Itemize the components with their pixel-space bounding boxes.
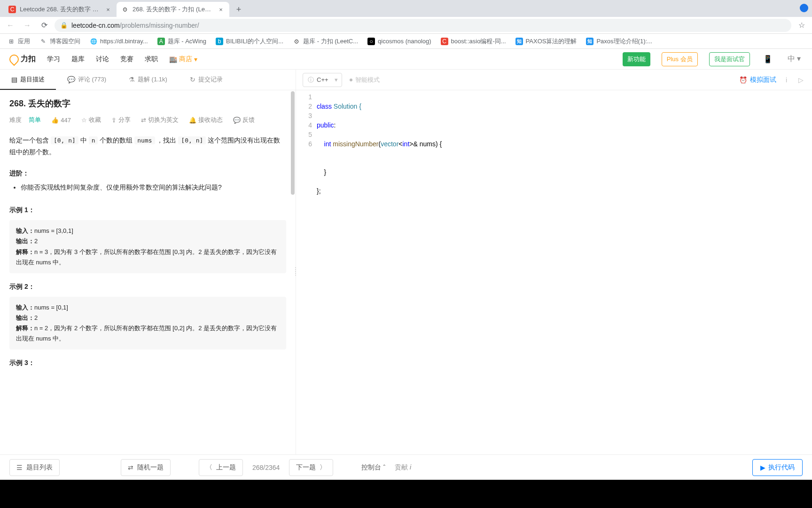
share-button[interactable]: ⇪分享	[111, 116, 131, 124]
new-tab-button[interactable]: +	[232, 3, 245, 16]
plus-member-button[interactable]: Plus 会员	[662, 52, 698, 66]
browser-tab[interactable]: ⊙ 268. 丢失的数字 - 力扣 (LeetC ×	[117, 2, 229, 17]
phone-icon[interactable]: 📱	[761, 53, 774, 65]
interviewer-button[interactable]: 我是面试官	[709, 52, 750, 66]
shuffle-icon: ⇄	[128, 464, 133, 471]
scrollbar[interactable]	[291, 91, 295, 195]
site-icon: C	[441, 38, 448, 45]
info-icon: ⓘ	[308, 76, 314, 84]
code-area[interactable]: class Solution { public: int missingNumb…	[317, 92, 812, 454]
bell-icon: 🔔	[189, 117, 196, 124]
bookmark-item[interactable]: 知PAXOS算法的理解	[512, 35, 581, 48]
favorite-button[interactable]: ☆收藏	[81, 116, 101, 124]
feedback-button[interactable]: 💬反馈	[233, 116, 255, 124]
bookmark-item[interactable]: ○qicosmos (nanolog)	[364, 36, 435, 47]
switch-lang-button[interactable]: ⇄切换为英文	[141, 116, 179, 124]
editor-toolbar: ⓘC++ 智能模式 ⏰模拟面试 i ▷	[296, 70, 812, 90]
nav-discuss[interactable]: 讨论	[96, 55, 109, 64]
thumbs-up-icon: 👍	[51, 117, 59, 124]
back-button[interactable]: ←	[4, 19, 17, 32]
info-icon[interactable]: i	[784, 74, 789, 86]
problem-description: 给定一个包含 [0, n] 中 n 个数的数组 nums ，找出 [0, n] …	[9, 135, 286, 158]
split-drag-handle[interactable]	[294, 262, 297, 281]
tab-submissions[interactable]: ↻提交记录	[179, 70, 234, 90]
notify-button[interactable]: 🔔接收动态	[189, 116, 223, 124]
tab-description[interactable]: ▤题目描述	[0, 70, 56, 90]
nav-study[interactable]: 学习	[47, 55, 60, 64]
star-icon[interactable]: ☆	[795, 19, 808, 32]
site-icon: 知	[515, 38, 523, 45]
grid-icon: ⊞	[8, 38, 15, 45]
problem-list-button[interactable]: ☰题目列表	[9, 459, 60, 476]
prev-button[interactable]: 〈上一题	[199, 459, 243, 476]
nav-contest[interactable]: 竞赛	[120, 55, 133, 64]
difficulty: 难度 简单	[9, 116, 41, 124]
nav-jobs[interactable]: 求职	[145, 55, 158, 64]
bookmark-bar: ⊞应用 ✎博客园空间 🌐https://dl.bintray... A题库 - …	[0, 34, 812, 49]
dot-icon	[350, 79, 352, 81]
language-toggle[interactable]: 中 ▾	[786, 52, 803, 66]
reload-button[interactable]: ⟳	[38, 19, 51, 32]
close-icon[interactable]: ×	[217, 6, 225, 13]
problem-counter: 268/2364	[252, 464, 280, 471]
bookmark-item[interactable]: ⊙题库 - 力扣 (LeetC...	[289, 35, 362, 48]
logo[interactable]: 力扣	[9, 54, 36, 64]
chevron-up-icon: ˆ	[383, 464, 385, 471]
play-icon: ▶	[760, 464, 765, 471]
next-button[interactable]: 下一题〉	[289, 459, 333, 476]
star-icon: ☆	[81, 117, 87, 124]
nav-shop[interactable]: 🏬商店▾	[169, 55, 197, 64]
bookmark-item[interactable]: Cboost::asio编程-同...	[437, 35, 510, 48]
browser-tab[interactable]: C Leetcode 268. 丢失的数字 异或 ×	[4, 2, 117, 17]
bookmark-item[interactable]: bBILIBILI的个人空间...	[212, 35, 287, 48]
example-heading: 示例 1：	[9, 206, 286, 214]
bookmark-item[interactable]: ✎博客园空间	[36, 35, 84, 48]
editor-pane: ⓘC++ 智能模式 ⏰模拟面试 i ▷ 1 2 3 4 5 6 class So…	[296, 70, 812, 454]
main-split: ▤题目描述 💬评论 (773) ⚗题解 (1.1k) ↻提交记录 268. 丢失…	[0, 70, 812, 454]
like-button[interactable]: 👍447	[51, 117, 71, 124]
tab-comments[interactable]: 💬评论 (773)	[56, 70, 117, 90]
url-path: /problems/missing-number/	[120, 22, 199, 29]
list-icon: ☰	[16, 464, 23, 471]
chevron-down-icon: ▾	[194, 56, 197, 63]
address-bar: ← → ⟳ 🔒 leetcode-cn.com/problems/missing…	[0, 17, 812, 34]
apps-button[interactable]: ⊞应用	[4, 35, 34, 48]
chevron-right-icon: 〉	[320, 463, 326, 472]
clock-icon: ⏰	[739, 76, 747, 84]
tab-solutions[interactable]: ⚗题解 (1.1k)	[117, 70, 179, 90]
history-icon: ↻	[190, 76, 195, 83]
swap-icon: ⇄	[141, 117, 146, 124]
footer-strip	[0, 480, 812, 508]
logo-icon	[8, 52, 21, 65]
random-button[interactable]: ⇄随机一题	[121, 459, 171, 476]
smart-mode-toggle[interactable]: 智能模式	[350, 76, 380, 84]
forward-button[interactable]: →	[21, 19, 34, 32]
run-code-button[interactable]: ▶执行代码	[752, 459, 803, 476]
contribute-link[interactable]: 贡献 i	[395, 463, 411, 472]
play-icon[interactable]: ▷	[796, 74, 805, 86]
example-heading: 示例 3：	[9, 359, 286, 367]
mock-interview-button[interactable]: ⏰模拟面试	[739, 76, 776, 84]
example-block: 输入：nums = [0,1] 输出：2 解释：n = 2，因为有 2 个数字，…	[9, 297, 286, 349]
profile-avatar[interactable]	[800, 4, 808, 12]
chat-icon: 💬	[233, 117, 241, 124]
bookmark-item[interactable]: 知Paxos理论介绍(1):...	[582, 35, 656, 48]
followup-heading: 进阶：	[9, 169, 286, 178]
site-header: 力扣 学习 题库 讨论 竞赛 求职 🏬商店▾ 新功能 Plus 会员 我是面试官…	[0, 49, 812, 70]
new-feature-badge[interactable]: 新功能	[623, 52, 650, 66]
code-editor[interactable]: 1 2 3 4 5 6 class Solution { public: int…	[296, 90, 812, 454]
comment-icon: 💬	[67, 76, 75, 83]
github-icon: ○	[367, 38, 375, 45]
bookmark-item[interactable]: A题库 - AcWing	[154, 35, 210, 48]
close-icon[interactable]: ×	[104, 6, 112, 13]
url-input[interactable]: 🔒 leetcode-cn.com/problems/missing-numbe…	[55, 19, 791, 32]
bookmark-item[interactable]: 🌐https://dl.bintray...	[86, 36, 152, 47]
site-icon: A	[157, 38, 165, 45]
chevron-left-icon: 〈	[206, 463, 212, 472]
nav-problems[interactable]: 题库	[71, 55, 85, 64]
share-icon: ⇪	[111, 117, 117, 124]
language-select[interactable]: ⓘC++	[303, 73, 342, 87]
example-heading: 示例 2：	[9, 283, 286, 291]
followup-text: 你能否实现线性时间复杂度、仅使用额外常数空间的算法解决此问题?	[21, 183, 286, 192]
console-toggle[interactable]: 控制台 ˆ	[361, 463, 385, 472]
